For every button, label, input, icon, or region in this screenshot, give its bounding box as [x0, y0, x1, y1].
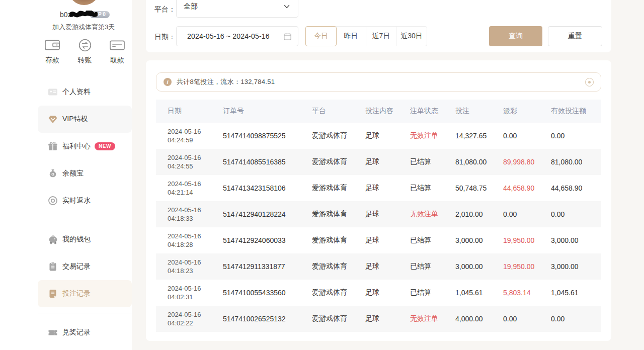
sidebar-item-vip[interactable]: VIP特权 [38, 106, 132, 133]
clipboard-icon [48, 261, 58, 272]
bet-amount-cell: 3,000.00 [444, 227, 492, 253]
quick-date-group: 今日昨日近7日近30日 [305, 26, 427, 46]
sidebar-item-profile[interactable]: 个人资料 [38, 78, 132, 106]
order-number-cell: 5147413423158106 [211, 175, 300, 201]
quick-date-昨日[interactable]: 昨日 [336, 27, 366, 46]
valid-amount-cell: 81,080.00 [539, 149, 601, 175]
payout-cell: 0.00 [492, 306, 539, 332]
column-header: 投注内容 [354, 100, 398, 123]
reset-button[interactable]: 重置 [548, 26, 602, 46]
summary-text: 共计8笔投注，流水：132,784.51 [177, 77, 275, 86]
valid-amount-cell: 0.00 [539, 123, 601, 149]
platform-cell: 爱游戏体育 [300, 306, 354, 332]
column-header: 订单号 [211, 100, 300, 123]
table-header-row: 日期订单号平台投注内容注单状态投注派彩有效投注额 [156, 100, 601, 123]
sidebar-item-yuebao[interactable]: 余额宝 [38, 160, 132, 187]
status-cell: 已结算 [398, 253, 444, 280]
payout-cell: 19,950.00 [492, 253, 539, 280]
status-cell: 无效注单 [398, 123, 444, 149]
platform-select[interactable]: 全部 [176, 0, 298, 18]
summary-bar: i 共计8笔投注，流水：132,784.51 [156, 72, 601, 92]
order-number-cell: 5147412911331877 [211, 253, 300, 280]
money-bag-icon [48, 168, 58, 179]
sidebar-item-label: 个人资料 [62, 88, 91, 97]
transfer-button[interactable]: 转账 [70, 38, 100, 65]
sidebar-item-wallet[interactable]: 我的钱包 [38, 226, 132, 253]
platform-cell: 爱游戏体育 [300, 175, 354, 201]
table-row: 2024-05-1604:18:235147412911331877爱游戏体育足… [156, 253, 601, 280]
rebate-icon [48, 196, 58, 206]
sidebar-item-welfare[interactable]: 福利中心NEW [38, 133, 132, 160]
table-row: 2024-05-1604:18:335147412940128224爱游戏体育足… [156, 201, 601, 227]
sidebar-item-rebate[interactable]: 实时返水 [38, 187, 132, 214]
avatar[interactable] [68, 0, 100, 5]
calendar-icon [283, 32, 292, 41]
payout-cell: 89,998.80 [492, 149, 539, 175]
transfer-icon [76, 38, 94, 52]
bet-amount-cell: 2,010.00 [444, 201, 492, 227]
platform-label: 平台： [154, 5, 176, 14]
withdraw-button[interactable]: 取款 [103, 38, 132, 65]
bet-time: 04:24:59 [168, 136, 211, 144]
sidebar-item-label: 我的钱包 [62, 235, 91, 244]
quick-date-近30日[interactable]: 近30日 [396, 27, 427, 46]
sidebar-item-label: 兑奖记录 [62, 328, 91, 337]
column-header: 日期 [156, 100, 211, 123]
bet-date: 2024-05-16 [168, 153, 211, 162]
date-range-input[interactable]: 2024-05-16 ~ 2024-05-16 [176, 26, 298, 46]
order-number-cell: 5147410026525132 [211, 306, 300, 332]
platform-cell: 爱游戏体育 [300, 123, 354, 149]
bet-time: 04:24:55 [168, 162, 211, 170]
vip-gem-icon [48, 114, 58, 124]
status-cell: 已结算 [398, 280, 444, 306]
bet-content-cell: 足球 [354, 123, 398, 149]
status-cell: 已结算 [398, 149, 444, 175]
column-header: 派彩 [492, 100, 539, 123]
ticket-icon [48, 327, 58, 337]
date-label: 日期： [154, 33, 176, 42]
status-cell: 无效注单 [398, 306, 444, 332]
table-row: 2024-05-1604:24:555147414085516385爱游戏体育足… [156, 149, 601, 175]
bet-content-cell: 足球 [354, 280, 398, 306]
circle-dot-icon[interactable] [585, 78, 594, 86]
valid-amount-cell: 3,000.00 [539, 227, 601, 253]
bet-amount-cell: 14,327.65 [444, 123, 492, 149]
bet-amount-cell: 81,080.00 [444, 149, 492, 175]
column-header: 注单状态 [398, 100, 444, 123]
bet-content-cell: 足球 [354, 306, 398, 332]
table-body: 2024-05-1604:24:595147414098875525爱游戏体育足… [156, 123, 601, 332]
bet-time: 04:21:14 [168, 188, 211, 197]
order-number-cell: 5147414085516385 [211, 149, 300, 175]
bet-time: 04:02:31 [168, 293, 211, 301]
platform-select-value: 全部 [184, 2, 283, 11]
bet-datetime-cell: 2024-05-1604:18:28 [156, 227, 211, 253]
bet-time: 04:18:33 [168, 214, 211, 223]
sidebar-item-bet-records[interactable]: 投注记录 [38, 280, 132, 307]
bet-amount-cell: 4,000.00 [444, 306, 492, 332]
quick-date-近7日[interactable]: 近7日 [366, 27, 396, 46]
bet-content-cell: 足球 [354, 149, 398, 175]
quick-date-今日[interactable]: 今日 [305, 26, 337, 46]
status-cell: 无效注单 [398, 201, 444, 227]
table-row: 2024-05-1604:18:285147412924060033爱游戏体育足… [156, 227, 601, 253]
card-icon [109, 38, 126, 52]
table-row: 2024-05-1604:21:145147413423158106爱游戏体育足… [156, 175, 601, 201]
sidebar-item-prize-records[interactable]: 兑奖记录 [38, 319, 132, 346]
valid-amount-cell: 0.00 [539, 201, 601, 227]
sidebar-item-transactions[interactable]: 交易记录 [38, 253, 132, 280]
deposit-button[interactable]: 存款 [38, 38, 67, 65]
bet-date: 2024-05-16 [168, 180, 211, 188]
id-card-icon [48, 87, 58, 97]
piggy-bank-icon [48, 234, 58, 244]
bet-datetime-cell: 2024-05-1604:24:55 [156, 149, 211, 175]
gift-icon [48, 141, 58, 151]
query-button[interactable]: 查询 [489, 26, 542, 46]
order-number-cell: 5147414098875525 [211, 123, 300, 149]
column-header: 平台 [300, 100, 354, 123]
bet-datetime-cell: 2024-05-1604:24:59 [156, 123, 211, 149]
status-cell: 已结算 [398, 175, 444, 201]
platform-cell: 爱游戏体育 [300, 201, 354, 227]
column-header: 有效投注额 [539, 100, 601, 123]
bet-date: 2024-05-16 [168, 232, 211, 240]
sidebar: b0z VIP 0 加入爱游戏体育第3天 存款转账取款 个人资料VIP特权福利中… [0, 0, 132, 350]
